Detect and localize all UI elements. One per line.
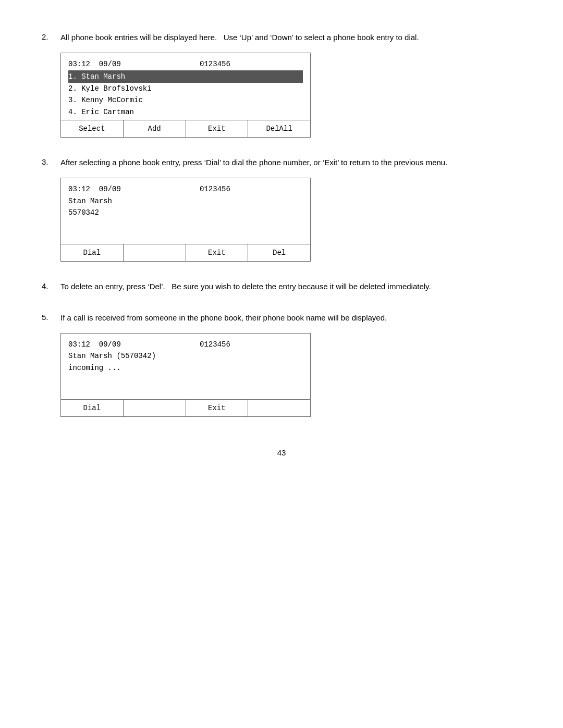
screen-2-body: 03:12 09/09 0123456 Stan Marsh 5570342 (61, 178, 310, 244)
screen-1-line2: 1. Stan Marsh (68, 70, 303, 83)
paragraph-3: 3. After selecting a phone book entry, p… (42, 156, 521, 168)
screen-2-btn-empty (124, 244, 186, 261)
screen-1-btn-delall[interactable]: DelAll (248, 120, 310, 137)
screen-2-btn-del[interactable]: Del (248, 244, 310, 261)
paragraph-4: 4. To delete an entry, press ‘Del’. Be s… (42, 280, 521, 292)
para-text-3: After selecting a phone book entry, pres… (60, 156, 447, 168)
screen-1-buttons: Select Add Exit DelAll (61, 120, 310, 137)
screen-3-line1: 03:12 09/09 0123456 (68, 339, 303, 350)
screen-1-btn-add[interactable]: Add (124, 120, 186, 137)
screen-3: 03:12 09/09 0123456 Stan Marsh (5570342)… (60, 333, 311, 417)
para-num-5: 5. (42, 312, 60, 324)
screen-3-btn-empty2 (248, 400, 310, 416)
screen-1: 03:12 09/09 0123456 1. Stan Marsh 2. Kyl… (60, 53, 311, 138)
screen-3-btn-exit[interactable]: Exit (186, 400, 249, 416)
screen-2-line1: 03:12 09/09 0123456 (68, 183, 303, 195)
screen-1-btn-select[interactable]: Select (61, 120, 124, 137)
para-text-2: All phone book entries will be displayed… (60, 31, 419, 43)
screen-2-line3: 5570342 (68, 207, 303, 218)
screen-1-line3: 2. Kyle Brofslovski (68, 83, 303, 94)
screen-1-line5: 4. Eric Cartman (68, 106, 303, 118)
screen-2-line5 (68, 230, 303, 242)
page-number: 43 (42, 448, 521, 457)
screen-1-body: 03:12 09/09 0123456 1. Stan Marsh 2. Kyl… (61, 53, 310, 120)
section-4: 4. To delete an entry, press ‘Del’. Be s… (42, 280, 521, 292)
screen-3-buttons: Dial Exit (61, 399, 310, 416)
screen-3-line3: incoming ... (68, 362, 303, 374)
para-text-5: If a call is received from someone in th… (60, 312, 387, 324)
para-num-4: 4. (42, 280, 60, 292)
screen-2: 03:12 09/09 0123456 Stan Marsh 5570342 D… (60, 178, 311, 262)
para-num-3: 3. (42, 156, 60, 168)
screen-3-btn-dial[interactable]: Dial (61, 400, 124, 416)
screen-1-line1: 03:12 09/09 0123456 (68, 58, 303, 70)
screen-3-line4 (68, 374, 303, 385)
screen-1-line4: 3. Kenny McCormic (68, 94, 303, 106)
screen-2-line4 (68, 219, 303, 230)
section-2: 2. All phone book entries will be displa… (42, 31, 521, 138)
para-num-2: 2. (42, 31, 60, 43)
section-3: 3. After selecting a phone book entry, p… (42, 156, 521, 262)
screen-2-line2: Stan Marsh (68, 195, 303, 207)
section-5: 5. If a call is received from someone in… (42, 312, 521, 417)
screen-3-body: 03:12 09/09 0123456 Stan Marsh (5570342)… (61, 334, 310, 399)
screen-3-btn-empty (124, 400, 186, 416)
paragraph-5: 5. If a call is received from someone in… (42, 312, 521, 324)
paragraph-2: 2. All phone book entries will be displa… (42, 31, 521, 43)
screen-2-buttons: Dial Exit Del (61, 244, 310, 261)
screen-2-btn-dial[interactable]: Dial (61, 244, 124, 261)
screen-2-btn-exit[interactable]: Exit (186, 244, 249, 261)
screen-3-line5 (68, 385, 303, 397)
screen-3-line2: Stan Marsh (5570342) (68, 350, 303, 362)
screen-1-btn-exit[interactable]: Exit (186, 120, 249, 137)
para-text-4: To delete an entry, press ‘Del’. Be sure… (60, 280, 431, 292)
